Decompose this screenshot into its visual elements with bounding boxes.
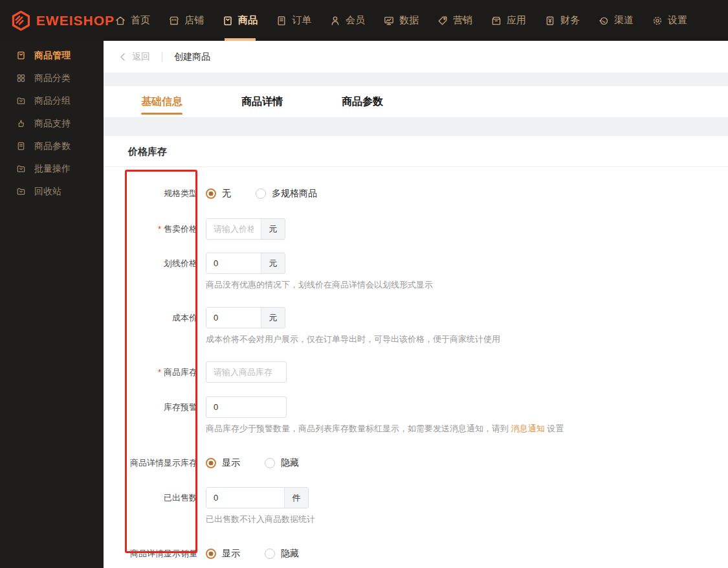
recycle-folder-icon (16, 187, 26, 196)
sidebar-label: 商品参数 (34, 141, 71, 152)
sidebar-item-goods-support[interactable]: 商品支持 (0, 112, 104, 135)
sidebar-item-goods-params[interactable]: 商品参数 (0, 135, 104, 157)
nav-item-store[interactable]: 店铺 (168, 0, 204, 41)
nav-item-settings[interactable]: 设置 (652, 0, 687, 41)
page: EWEISHOP 首页 店铺 商品 订单 会员 (0, 0, 728, 568)
brand-name: EWEISHOP (36, 13, 115, 28)
radio-checked-icon[interactable] (206, 549, 216, 559)
sidebar-label: 商品管理 (34, 50, 71, 62)
radio-label: 多规格商品 (272, 188, 317, 199)
nav-label: 财务 (560, 14, 580, 27)
back-button[interactable]: 返回 (118, 51, 150, 63)
nav-item-data[interactable]: 数据 (383, 0, 419, 41)
field-label: 成本价 (104, 307, 197, 328)
form-row-sale-price: *售卖价格 元 (104, 218, 728, 240)
radio-option-show[interactable]: 显示 (206, 457, 240, 469)
helper-text: 已出售数不计入商品数据统计 (206, 514, 315, 525)
spacer (104, 117, 728, 136)
sale-price-input-group: 元 (206, 218, 285, 240)
settings-icon (652, 15, 663, 27)
field-label: 商品详情显示库存 (104, 457, 197, 470)
helper-text: 成本价将不会对用户展示，仅在订单导出时，可导出该价格，便于商家统计使用 (206, 334, 500, 345)
nav-label: 营销 (453, 14, 472, 27)
brand-logo[interactable]: EWEISHOP (0, 10, 115, 31)
home-icon (115, 15, 126, 27)
stock-input[interactable] (206, 361, 287, 383)
line-price-input[interactable] (206, 253, 261, 273)
form-row-cost-price: 成本价 元 成本价将不会对用户展示，仅在订单导出时，可导出该价格，便于商家统计使… (104, 307, 728, 345)
radio-unchecked-icon[interactable] (256, 188, 266, 199)
data-icon (383, 15, 395, 27)
sidebar-label: 商品支持 (34, 118, 71, 130)
batch-folder-icon (16, 164, 26, 174)
nav-item-orders[interactable]: 订单 (276, 0, 311, 41)
radio-option-multi-spec[interactable]: 多规格商品 (256, 188, 317, 199)
unit-addon: 元 (261, 253, 285, 273)
nav-item-goods[interactable]: 商品 (222, 0, 258, 41)
nav-label: 应用 (507, 14, 526, 27)
sidebar-item-batch-ops[interactable]: 批量操作 (0, 157, 104, 180)
sidebar-item-goods-group[interactable]: 商品分组 (0, 89, 104, 112)
nav-label: 数据 (399, 14, 419, 27)
helper-text: 商品库存少于预警数量，商品列表库存数量标红显示，如需要发送消息通知，请到 消息通… (206, 423, 564, 435)
nav-item-finance[interactable]: 财务 (544, 0, 580, 41)
sidebar-label: 回收站 (34, 186, 61, 198)
spec-type-radio-group: 无 多规格商品 (206, 187, 342, 200)
field-label: 商品详情显示销量 (104, 547, 197, 560)
nav-item-channels[interactable]: 渠道 (598, 0, 634, 41)
nav-label: 首页 (131, 14, 150, 27)
field-control: 元 成本价将不会对用户展示，仅在订单导出时，可导出该价格，便于商家统计使用 (206, 307, 500, 345)
radio-option-hide[interactable]: 隐藏 (265, 548, 299, 560)
unit-addon: 件 (284, 488, 308, 508)
radio-checked-icon[interactable] (206, 188, 216, 199)
tab-basic-info[interactable]: 基础信息 (141, 95, 182, 109)
nav-item-home[interactable]: 首页 (115, 0, 150, 41)
spacer (104, 73, 728, 86)
sale-price-input[interactable] (206, 219, 261, 239)
sidebar-item-goods-manage[interactable]: 商品管理 (0, 44, 104, 67)
tab-goods-params[interactable]: 商品参数 (342, 95, 383, 109)
form-row-spec-type: 规格类型 无 多规格商品 (104, 187, 728, 200)
goods-icon (222, 15, 234, 27)
field-label: 规格类型 (104, 187, 197, 200)
nav-label: 订单 (292, 14, 311, 27)
price-stock-form: 规格类型 无 多规格商品 *售卖价 (104, 167, 728, 560)
channel-icon (598, 15, 610, 27)
price-stock-card: 价格库存 规格类型 无 多规格商品 (104, 136, 728, 568)
sold-count-input[interactable] (206, 488, 284, 508)
radio-unchecked-icon[interactable] (265, 458, 275, 468)
radio-option-none[interactable]: 无 (206, 188, 231, 199)
form-row-show-sales: 商品详情显示销量 显示 隐藏 (104, 547, 728, 560)
radio-option-show[interactable]: 显示 (206, 548, 240, 560)
sidebar-item-recycle-bin[interactable]: 回收站 (0, 180, 104, 203)
form-row-stock-warning: 库存预警 商品库存少于预警数量，商品列表库存数量标红显示，如需要发送消息通知，请… (104, 396, 728, 435)
nav-item-marketing[interactable]: 营销 (437, 0, 472, 41)
marketing-icon (437, 15, 448, 27)
field-label: *售卖价格 (104, 218, 197, 240)
helper-text: 商品没有优惠的情况下，划线价在商品详情会以划线形式显示 (206, 279, 433, 291)
show-sales-radio-group: 显示 隐藏 (206, 547, 324, 560)
tab-goods-detail[interactable]: 商品详情 (241, 95, 283, 109)
tab-bar: 基础信息 商品详情 商品参数 (104, 86, 728, 117)
sidebar-item-goods-category[interactable]: 商品分类 (0, 67, 104, 89)
cost-price-input[interactable] (206, 308, 261, 328)
radio-option-hide[interactable]: 隐藏 (265, 457, 299, 469)
sidebar: 商品管理 商品分类 商品分组 商品支持 商品参数 批量操作 回收站 (0, 41, 104, 568)
required-asterisk: * (158, 367, 161, 377)
eweishop-hexagon-logo (12, 10, 30, 31)
group-folder-icon (16, 96, 26, 106)
field-label: 划线价格 (104, 253, 197, 274)
show-stock-radio-group: 显示 隐藏 (206, 457, 324, 470)
message-notify-link[interactable]: 消息通知 (511, 424, 545, 433)
nav-item-apps[interactable]: 应用 (491, 0, 526, 41)
sidebar-label: 批量操作 (34, 163, 71, 175)
nav-label: 商品 (238, 14, 258, 27)
radio-checked-icon[interactable] (206, 458, 216, 468)
required-asterisk: * (158, 224, 161, 234)
page-title: 创建商品 (174, 51, 210, 63)
nav-item-members[interactable]: 会员 (329, 0, 365, 41)
radio-unchecked-icon[interactable] (265, 549, 275, 559)
stock-warning-input[interactable] (206, 396, 287, 418)
finance-icon (544, 15, 556, 27)
form-row-stock: *商品库存 (104, 361, 728, 383)
